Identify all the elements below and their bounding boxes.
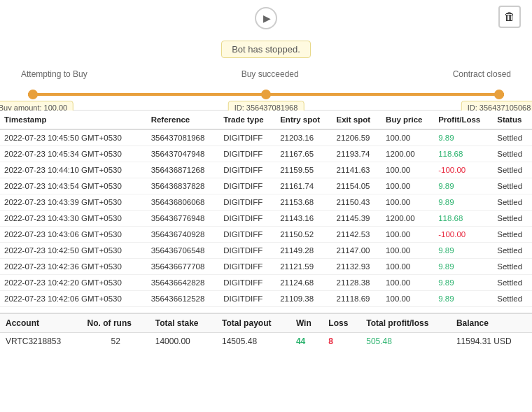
cell-10-1: 356436612528 bbox=[147, 291, 219, 307]
sum-col-loss: Loss bbox=[323, 314, 360, 333]
cell-0-5: 100.00 bbox=[382, 129, 434, 146]
col-entry-spot: Entry spot bbox=[276, 111, 332, 129]
cell-7-3: 21149.28 bbox=[276, 243, 332, 259]
cell-8-4: 21132.93 bbox=[332, 259, 382, 275]
sum-col-win: Win bbox=[290, 314, 323, 333]
trash-icon: 🗑 bbox=[504, 10, 515, 23]
step-label-0: Attempting to Buy bbox=[21, 69, 88, 79]
trash-button[interactable]: 🗑 bbox=[498, 6, 521, 28]
cell-6-1: 356436740928 bbox=[147, 227, 219, 243]
cell-4-6: 9.89 bbox=[434, 194, 493, 211]
trades-table-container[interactable]: Timestamp Reference Trade type Entry spo… bbox=[0, 110, 532, 313]
cell-5-1: 356436776948 bbox=[147, 211, 219, 227]
table-row: 2022-07-23 10:42:06 GMT+0530356436612528… bbox=[0, 291, 532, 307]
table-row: 2022-07-23 10:42:20 GMT+0530356436642828… bbox=[0, 275, 532, 291]
cell-9-0: 2022-07-23 10:42:20 GMT+0530 bbox=[0, 275, 147, 291]
cell-7-6: 9.89 bbox=[434, 243, 493, 259]
sum-col-balance: Balance bbox=[451, 314, 532, 333]
sum-account: VRTC3218853 bbox=[0, 333, 82, 350]
sum-payout: 14505.48 bbox=[216, 333, 290, 350]
cell-5-2: DIGITDIFF bbox=[219, 211, 276, 227]
cell-7-4: 21147.00 bbox=[332, 243, 382, 259]
col-status: Status bbox=[493, 111, 532, 129]
cell-2-4: 21141.63 bbox=[332, 162, 382, 178]
table-row: 2022-07-23 10:45:34 GMT+0530356437047948… bbox=[0, 146, 532, 162]
cell-6-0: 2022-07-23 10:43:06 GMT+0530 bbox=[0, 227, 147, 243]
cell-3-7: Settled bbox=[493, 178, 532, 194]
play-icon: ▶ bbox=[263, 13, 271, 24]
table-row: 2022-07-23 10:42:36 GMT+0530356436677708… bbox=[0, 259, 532, 275]
cell-7-5: 100.00 bbox=[382, 243, 434, 259]
cell-3-0: 2022-07-23 10:43:54 GMT+0530 bbox=[0, 178, 147, 194]
cell-5-5: 1200.00 bbox=[382, 211, 434, 227]
cell-2-2: DIGITDIFF bbox=[219, 162, 276, 178]
step-label-2: Contract closed bbox=[453, 69, 511, 79]
cell-4-7: Settled bbox=[493, 194, 532, 211]
table-row: 2022-07-23 10:43:30 GMT+0530356436776948… bbox=[0, 211, 532, 227]
cell-3-3: 21161.74 bbox=[276, 178, 332, 194]
status-banner: Bot has stopped. bbox=[0, 36, 532, 62]
cell-0-1: 356437081968 bbox=[147, 129, 219, 146]
cell-6-5: 100.00 bbox=[382, 227, 434, 243]
sum-stake: 14000.00 bbox=[150, 333, 216, 350]
cell-7-7: Settled bbox=[493, 243, 532, 259]
tracker-dot-2: ID: 356437105068 bbox=[494, 90, 504, 99]
cell-7-2: DIGITDIFF bbox=[219, 243, 276, 259]
cell-5-3: 21143.16 bbox=[276, 211, 332, 227]
cell-3-6: 9.89 bbox=[434, 178, 493, 194]
table-row: 2022-07-23 10:45:50 GMT+0530356437081968… bbox=[0, 129, 532, 146]
col-timestamp: Timestamp bbox=[0, 111, 147, 129]
cell-2-7: Settled bbox=[493, 162, 532, 178]
cell-10-0: 2022-07-23 10:42:06 GMT+0530 bbox=[0, 291, 147, 307]
sum-col-runs: No. of runs bbox=[82, 314, 150, 333]
tracker-dot-1: ID: 356437081968 bbox=[261, 90, 271, 99]
cell-6-6: -100.00 bbox=[434, 227, 493, 243]
cell-0-4: 21206.59 bbox=[332, 129, 382, 146]
trades-table: Timestamp Reference Trade type Entry spo… bbox=[0, 111, 532, 307]
sum-loss: 8 bbox=[323, 333, 360, 350]
table-row: 2022-07-23 10:43:39 GMT+0530356436806068… bbox=[0, 194, 532, 211]
cell-1-0: 2022-07-23 10:45:34 GMT+0530 bbox=[0, 146, 147, 162]
cell-9-3: 21124.68 bbox=[276, 275, 332, 291]
cell-10-2: DIGITDIFF bbox=[219, 291, 276, 307]
sum-col-stake: Total stake bbox=[150, 314, 216, 333]
summary-row: VRTC3218853 52 14000.00 14505.48 44 8 50… bbox=[0, 333, 532, 350]
table-row: 2022-07-23 10:43:06 GMT+0530356436740928… bbox=[0, 227, 532, 243]
cell-9-7: Settled bbox=[493, 275, 532, 291]
cell-9-5: 100.00 bbox=[382, 275, 434, 291]
cell-4-5: 100.00 bbox=[382, 194, 434, 211]
tracker-dots: Buy amount: 100.00 ID: 356437081968 ID: … bbox=[28, 90, 504, 99]
col-exit-spot: Exit spot bbox=[332, 111, 382, 129]
progress-tracker: Attempting to Buy Buy succeeded Contract… bbox=[0, 62, 532, 110]
play-button[interactable]: ▶ bbox=[255, 7, 277, 29]
cell-4-1: 356436806068 bbox=[147, 194, 219, 211]
cell-6-2: DIGITDIFF bbox=[219, 227, 276, 243]
cell-1-5: 1200.00 bbox=[382, 146, 434, 162]
cell-7-0: 2022-07-23 10:42:50 GMT+0530 bbox=[0, 243, 147, 259]
cell-8-0: 2022-07-23 10:42:36 GMT+0530 bbox=[0, 259, 147, 275]
sum-runs: 52 bbox=[82, 333, 150, 350]
sum-col-payout: Total payout bbox=[216, 314, 290, 333]
cell-2-6: -100.00 bbox=[434, 162, 493, 178]
cell-8-5: 100.00 bbox=[382, 259, 434, 275]
cell-8-3: 21121.59 bbox=[276, 259, 332, 275]
tracker-dot-0: Buy amount: 100.00 bbox=[28, 90, 38, 99]
cell-2-3: 21159.55 bbox=[276, 162, 332, 178]
cell-1-3: 21167.65 bbox=[276, 146, 332, 162]
cell-1-1: 356437047948 bbox=[147, 146, 219, 162]
summary-header-row: Account No. of runs Total stake Total pa… bbox=[0, 314, 532, 333]
cell-0-7: Settled bbox=[493, 129, 532, 146]
table-row: 2022-07-23 10:43:54 GMT+0530356436837828… bbox=[0, 178, 532, 194]
table-row: 2022-07-23 10:42:50 GMT+0530356436706548… bbox=[0, 243, 532, 259]
cell-3-2: DIGITDIFF bbox=[219, 178, 276, 194]
cell-5-0: 2022-07-23 10:43:30 GMT+0530 bbox=[0, 211, 147, 227]
tracker-line: Buy amount: 100.00 ID: 356437081968 ID: … bbox=[28, 93, 504, 96]
col-buy-price: Buy price bbox=[382, 111, 434, 129]
cell-1-4: 21193.74 bbox=[332, 146, 382, 162]
cell-0-3: 21203.16 bbox=[276, 129, 332, 146]
cell-1-2: DIGITDIFF bbox=[219, 146, 276, 162]
cell-6-4: 21142.53 bbox=[332, 227, 382, 243]
cell-10-7: Settled bbox=[493, 291, 532, 307]
sum-col-profit: Total profit/loss bbox=[360, 314, 451, 333]
cell-8-1: 356436677708 bbox=[147, 259, 219, 275]
